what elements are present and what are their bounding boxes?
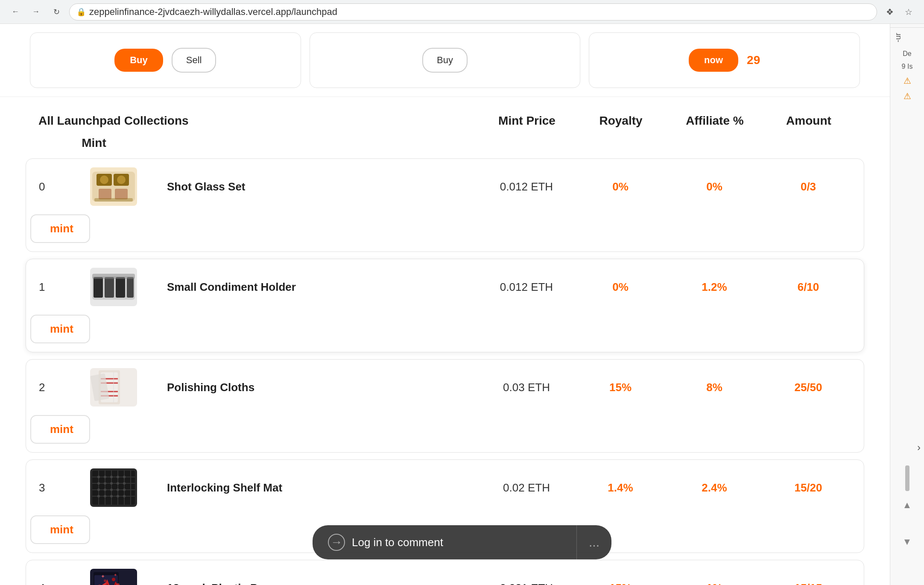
mint-button-3[interactable]: mint bbox=[30, 515, 90, 544]
panel-warn-1: ⚠ bbox=[890, 73, 924, 88]
svg-point-58 bbox=[104, 579, 106, 582]
row-royalty-2: 15% bbox=[578, 381, 663, 394]
header-affiliate: Affiliate % bbox=[672, 114, 757, 128]
svg-point-42 bbox=[123, 482, 126, 485]
browser-actions: ❖ ☆ bbox=[882, 4, 916, 20]
panel-expand-btn[interactable]: › bbox=[914, 438, 924, 457]
share-button[interactable]: ❖ bbox=[882, 4, 898, 20]
comment-bar-text: Log in to comment bbox=[352, 536, 443, 549]
header-royalty: Royalty bbox=[578, 114, 664, 128]
table-section: All Launchpad Collections Mint Price Roy… bbox=[0, 97, 890, 585]
comment-bar-dots-button[interactable]: ... bbox=[577, 525, 611, 559]
row-amount-4: 15/15 bbox=[766, 582, 851, 585]
top-card-2: now 29 bbox=[589, 32, 860, 88]
scroll-up-btn[interactable]: ▲ bbox=[890, 500, 924, 511]
row-price-3: 0.02 ETH bbox=[484, 481, 569, 494]
table-row: 0 Shot Glass Set 0.012 ETH 0% 0% 0/3 bbox=[26, 158, 864, 252]
scroll-down-btn[interactable]: ▼ bbox=[890, 536, 924, 547]
row-royalty-3: 1.4% bbox=[578, 481, 663, 494]
row-mint-btn-3[interactable]: mint bbox=[39, 515, 82, 544]
svg-point-46 bbox=[117, 488, 119, 491]
mint-button-2[interactable]: mint bbox=[30, 415, 90, 444]
svg-point-59 bbox=[112, 578, 115, 581]
back-button[interactable]: ← bbox=[8, 4, 23, 20]
scrollbar-thumb[interactable] bbox=[905, 465, 909, 491]
svg-rect-10 bbox=[105, 277, 114, 298]
svg-point-38 bbox=[97, 482, 100, 485]
buy-button-1[interactable]: Buy bbox=[422, 48, 468, 73]
row-price-1: 0.012 ETH bbox=[484, 281, 569, 294]
mint-button-0[interactable]: mint bbox=[30, 214, 90, 243]
mint-button-1[interactable]: mint bbox=[30, 315, 90, 343]
svg-point-41 bbox=[117, 482, 119, 485]
url-text: zeppelinfinance-2jvdcaezh-willydallas.ve… bbox=[89, 6, 870, 18]
row-royalty-0: 0% bbox=[578, 180, 663, 193]
svg-text:✦: ✦ bbox=[114, 573, 117, 577]
row-amount-1: 6/10 bbox=[766, 281, 851, 294]
cloths-icon bbox=[90, 368, 137, 407]
row-affiliate-2: 8% bbox=[672, 381, 757, 394]
panel-tab-1[interactable]: -ur bbox=[890, 27, 924, 47]
table-row: 1 Small Condiment Holder 0.012 ETH 0% 1.… bbox=[26, 259, 864, 352]
top-card-1: Buy bbox=[310, 32, 581, 88]
svg-point-3 bbox=[100, 176, 108, 184]
svg-point-43 bbox=[97, 488, 100, 491]
svg-point-44 bbox=[104, 488, 106, 491]
row-affiliate-0: 0% bbox=[672, 180, 757, 193]
shot-glass-icon bbox=[90, 167, 137, 206]
row-price-0: 0.012 ETH bbox=[484, 180, 569, 193]
pourers-icon: ✦ ✦ bbox=[90, 569, 137, 585]
row-name-0: Shot Glass Set bbox=[167, 180, 475, 193]
svg-rect-6 bbox=[115, 189, 128, 199]
reload-button[interactable]: ↻ bbox=[49, 4, 64, 20]
row-mint-btn-1[interactable]: mint bbox=[39, 315, 82, 343]
row-amount-2: 25/50 bbox=[766, 381, 851, 394]
row-amount-0: 0/3 bbox=[766, 180, 851, 193]
svg-point-4 bbox=[117, 176, 126, 184]
bookmark-button[interactable]: ☆ bbox=[901, 4, 916, 20]
main-content: Buy Sell Buy now 29 All Launchpad Collec… bbox=[0, 24, 890, 585]
svg-rect-7 bbox=[94, 198, 133, 202]
row-affiliate-1: 1.2% bbox=[672, 281, 757, 294]
svg-point-36 bbox=[117, 476, 119, 478]
panel-label-9: 9 Is bbox=[890, 60, 924, 73]
table-header: All Launchpad Collections Mint Price Roy… bbox=[26, 114, 864, 158]
svg-point-52 bbox=[123, 495, 126, 497]
row-mint-btn-0[interactable]: mint bbox=[39, 214, 82, 243]
svg-text:✦: ✦ bbox=[101, 573, 105, 579]
svg-point-47 bbox=[123, 488, 126, 491]
row-name-2: Polishing Cloths bbox=[167, 381, 475, 394]
address-bar[interactable]: 🔒 zeppelinfinance-2jvdcaezh-willydallas.… bbox=[69, 3, 877, 20]
row-image-2 bbox=[90, 368, 137, 407]
condiment-icon bbox=[90, 268, 137, 306]
svg-point-50 bbox=[110, 495, 113, 497]
svg-point-51 bbox=[117, 495, 119, 497]
scrollbar-area[interactable]: ▲ ▼ bbox=[890, 457, 924, 542]
comment-bar-main[interactable]: → Log in to comment bbox=[313, 534, 576, 551]
row-royalty-4: 15% bbox=[578, 582, 663, 585]
now-button[interactable]: now bbox=[689, 49, 738, 72]
row-image-3 bbox=[90, 468, 137, 507]
table-title: All Launchpad Collections bbox=[38, 114, 476, 128]
svg-point-34 bbox=[104, 476, 106, 478]
row-affiliate-4: 1% bbox=[672, 582, 757, 585]
buy-button-0[interactable]: Buy bbox=[114, 49, 163, 72]
right-panel: -ur De 9 Is ⚠ ⚠ › ▲ ▼ bbox=[890, 24, 924, 585]
top-cards-section: Buy Sell Buy now 29 bbox=[0, 24, 890, 97]
row-amount-3: 15/20 bbox=[766, 481, 851, 494]
svg-rect-11 bbox=[116, 277, 125, 298]
row-index-2: 2 bbox=[39, 381, 82, 394]
card-number: 29 bbox=[747, 53, 760, 67]
svg-point-49 bbox=[104, 495, 106, 497]
table-row: 2 Polishing Cloths 0.03 ETH 15% 8% 25/50 bbox=[26, 359, 864, 453]
row-mint-btn-2[interactable]: mint bbox=[39, 415, 82, 444]
row-royalty-1: 0% bbox=[578, 281, 663, 294]
table-row: 4 bbox=[26, 560, 864, 585]
row-name-4: 13-pack Plastic Pourers bbox=[167, 582, 475, 585]
svg-point-40 bbox=[110, 482, 113, 485]
svg-point-48 bbox=[97, 495, 100, 497]
forward-button[interactable]: → bbox=[28, 4, 44, 20]
row-affiliate-3: 2.4% bbox=[672, 481, 757, 494]
sell-button-0[interactable]: Sell bbox=[172, 48, 216, 73]
comment-bar[interactable]: → Log in to comment ... bbox=[313, 525, 611, 559]
